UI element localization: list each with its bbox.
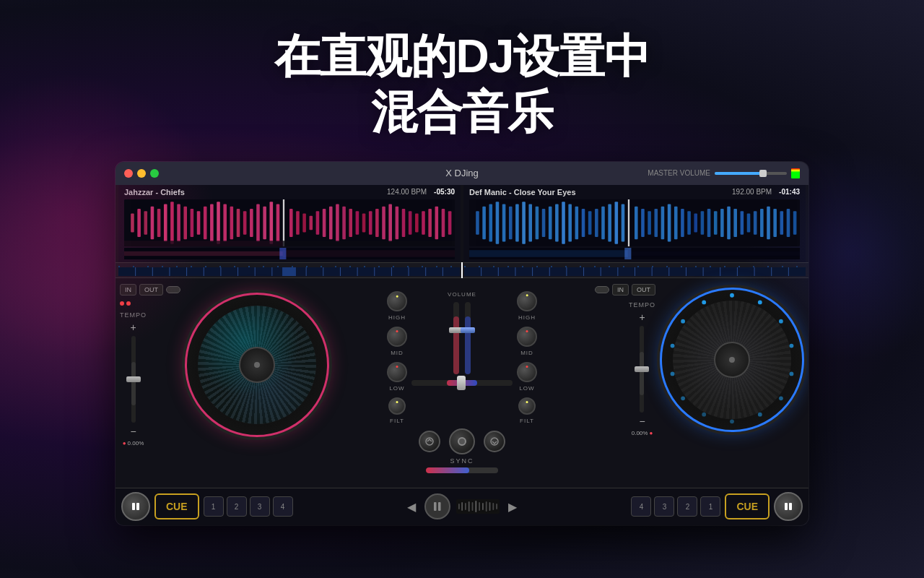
timeline-ruler: [116, 262, 808, 278]
left-hotcue-2[interactable]: 2: [227, 496, 247, 517]
turntable-right[interactable]: [660, 288, 804, 432]
right-cue-button[interactable]: CUE: [725, 493, 770, 519]
left-out-button[interactable]: OUT: [139, 284, 163, 296]
left-hotcue-3[interactable]: 3: [250, 496, 270, 517]
left-tempo-slider[interactable]: [131, 336, 136, 423]
right-tempo-slider[interactable]: [640, 326, 644, 413]
waveform-right[interactable]: [469, 199, 800, 246]
svg-rect-23: [276, 204, 280, 241]
svg-rect-181: [489, 502, 491, 511]
left-hotcue-1[interactable]: 1: [204, 496, 224, 517]
svg-rect-92: [707, 209, 711, 237]
sync-right-icon: [489, 436, 500, 447]
right-hotcue-3[interactable]: 3: [654, 496, 674, 517]
traffic-light-yellow[interactable]: [137, 169, 146, 178]
eq-high-left[interactable]: [387, 291, 407, 311]
svg-rect-13: [210, 204, 214, 241]
svg-point-166: [702, 301, 706, 305]
svg-rect-102: [773, 209, 777, 237]
mini-waveform-svg-left: [124, 248, 455, 259]
svg-rect-45: [422, 211, 425, 235]
svg-rect-73: [582, 209, 585, 237]
left-tempo-minus[interactable]: −: [130, 426, 136, 437]
svg-rect-173: [461, 502, 463, 511]
svg-rect-100: [760, 209, 764, 237]
svg-point-160: [730, 420, 734, 424]
svg-rect-98: [747, 213, 751, 232]
right-out-button[interactable]: OUT: [632, 284, 655, 296]
svg-rect-78: [615, 202, 619, 244]
svg-rect-94: [720, 209, 724, 237]
svg-rect-8: [177, 204, 180, 241]
sync-main-btn[interactable]: [449, 428, 475, 454]
left-hotcue-4[interactable]: 4: [273, 496, 293, 517]
right-loop-indicator: [595, 284, 609, 296]
left-pause-button[interactable]: [121, 492, 150, 521]
left-cue-button[interactable]: CUE: [154, 493, 199, 519]
svg-rect-70: [562, 202, 565, 244]
turntable-right-spindle: [729, 357, 735, 363]
ruler-svg-right: [464, 267, 806, 276]
svg-point-153: [730, 293, 734, 298]
turntable-left[interactable]: [185, 293, 329, 437]
fader-right[interactable]: [465, 302, 471, 374]
svg-rect-75: [595, 209, 598, 237]
right-pause-button[interactable]: [774, 492, 803, 521]
eq-filt-right[interactable]: [518, 397, 536, 415]
center-playpause[interactable]: [424, 493, 450, 519]
app-window: X DJing MASTER VOLUME Jahzzar - Chiefs 1…: [116, 162, 808, 525]
fader-left[interactable]: [453, 302, 459, 374]
prev-button[interactable]: ◀: [404, 497, 419, 517]
waveform-section: Jahzzar - Chiefs 124.00 BPM -05:30: [116, 185, 808, 262]
svg-rect-108: [628, 251, 800, 255]
sync-right-btn[interactable]: [484, 431, 505, 452]
waveform-left[interactable]: [124, 199, 455, 246]
sync-left-icon: [424, 436, 435, 447]
crossfader-knob: [457, 376, 466, 390]
right-tempo-minus[interactable]: −: [639, 415, 645, 427]
eq-mid-right[interactable]: [517, 327, 537, 347]
svg-rect-61: [502, 204, 506, 241]
right-tempo-plus[interactable]: +: [639, 311, 645, 323]
fader-right-fill: [465, 316, 471, 374]
svg-rect-44: [415, 213, 419, 232]
sync-left-btn[interactable]: [419, 431, 440, 452]
title-section: 在直观的DJ设置中 混合音乐: [0, 0, 924, 162]
traffic-light-green[interactable]: [150, 169, 159, 178]
svg-rect-53: [124, 251, 283, 255]
traffic-light-red[interactable]: [124, 169, 133, 178]
right-in-button[interactable]: IN: [612, 284, 629, 296]
svg-point-157: [790, 372, 794, 376]
right-hotcue-2[interactable]: 2: [677, 496, 697, 517]
eq-low-right[interactable]: [517, 362, 537, 382]
transport-section: CUE 1 2 3 4 ◀: [116, 488, 808, 525]
eq-mid-right-label: MID: [520, 350, 533, 356]
eq-mid-left[interactable]: [387, 327, 407, 347]
right-inout-section: IN OUT TEMPO + − 0.00% ●: [595, 284, 655, 436]
svg-rect-1: [131, 213, 134, 232]
right-hotcue-1[interactable]: 1: [700, 496, 720, 517]
left-in-button[interactable]: IN: [120, 284, 136, 296]
crossfader[interactable]: [411, 380, 513, 386]
track-meta-left: 124.00 BPM -05:30: [387, 188, 455, 196]
master-volume-slider[interactable]: [715, 172, 787, 175]
svg-rect-14: [217, 202, 220, 244]
svg-rect-34: [349, 209, 352, 237]
left-tempo-plus[interactable]: +: [130, 322, 136, 333]
svg-point-162: [681, 397, 685, 401]
svg-rect-42: [402, 209, 406, 237]
svg-rect-88: [681, 209, 684, 237]
next-button[interactable]: ▶: [505, 497, 520, 517]
eq-high-right[interactable]: [517, 291, 537, 311]
eq-filt-left[interactable]: [388, 397, 406, 415]
right-hotcue-4[interactable]: 4: [631, 496, 651, 517]
svg-point-154: [758, 301, 762, 305]
turntable-left-spindle: [254, 362, 260, 368]
svg-rect-50: [124, 241, 283, 246]
fader-right-knob: [461, 327, 475, 333]
eq-filt-left-label: FILT: [390, 418, 404, 424]
svg-rect-17: [237, 209, 240, 237]
track-name-right: Def Manic - Close Your Eyes: [469, 188, 576, 197]
svg-rect-178: [479, 502, 480, 511]
eq-low-left[interactable]: [387, 362, 407, 382]
